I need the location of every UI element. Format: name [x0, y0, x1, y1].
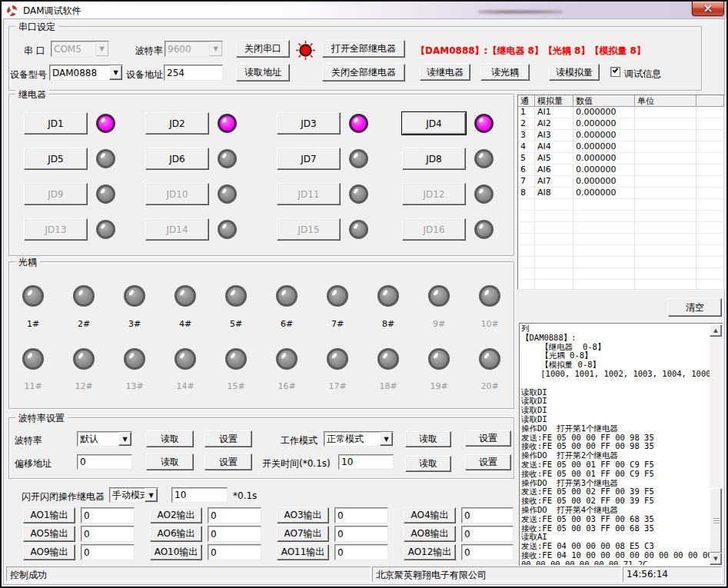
work-mode-combo[interactable]: 正常模式 ▼ [324, 431, 394, 447]
log-scrollbar[interactable]: ▲ ▼ [710, 324, 722, 565]
ao8-button[interactable]: AO8输出 [404, 526, 456, 542]
relay-button-jd6[interactable]: JD6 [145, 148, 209, 170]
analog-table[interactable]: 通 模拟量 数值 单位 1AI10.000000 2AI20.000000 3A… [517, 95, 725, 290]
relay-button-jd16: JD16 [402, 218, 466, 241]
relay-lamp-jd4 [474, 114, 494, 133]
table-row-empty [518, 211, 724, 222]
table-row[interactable]: 1AI10.000000 [518, 107, 724, 118]
ao10-input[interactable] [208, 544, 261, 560]
ao5-input[interactable] [81, 526, 135, 542]
device-info-text: 【DAM0888】:【继电器 8】【光耦 8】【模拟量 8】 [416, 45, 646, 58]
open-all-relays-button[interactable]: 打开全部继电器 [322, 40, 405, 58]
ao3-button[interactable]: AO3输出 [277, 507, 329, 523]
ao12-button[interactable]: AO12输出 [404, 544, 456, 560]
ao3-input[interactable] [334, 507, 388, 523]
table-row-empty [518, 268, 724, 280]
col-extra [696, 95, 724, 107]
table-row[interactable]: 3AI30.000000 [518, 130, 724, 141]
baud-value: 9600 [165, 44, 209, 55]
relay-button-jd2[interactable]: JD2 [145, 112, 209, 135]
table-row[interactable]: 4AI40.000000 [518, 141, 724, 153]
table-row[interactable]: 8AI80.000000 [518, 188, 724, 199]
table-row[interactable]: 2AI20.000000 [518, 118, 724, 130]
status-bar: 控制成功 北京聚英翱翔电子有限公司 14:56:14 [5, 566, 723, 583]
baud-setting-label: 波特率 [15, 434, 42, 447]
debug-info-checkbox[interactable] [610, 67, 620, 77]
chevron-down-icon: ▼ [109, 65, 122, 80]
relay-button-jd7[interactable]: JD7 [277, 148, 341, 170]
log-panel[interactable]: 列 【DAM0888】: 【继电器 0-8】 【光耦 0-8】 【模拟量 0-8… [519, 323, 723, 566]
relay-button-jd1[interactable]: JD1 [24, 112, 88, 135]
relay-lamp-jd3 [349, 114, 368, 133]
baud-set-button[interactable]: 设置 [204, 430, 252, 447]
ao12-input[interactable] [461, 544, 514, 560]
scroll-down-icon[interactable]: ▼ [710, 553, 722, 565]
relay-group-title: 继电器 [15, 88, 49, 101]
switch-time-read-button[interactable]: 读取 [405, 456, 451, 472]
read-analog-button[interactable]: 读模拟量 [549, 64, 600, 81]
relay-button-jd8[interactable]: JD8 [402, 148, 466, 170]
offset-set-button[interactable]: 设置 [204, 453, 252, 470]
ao6-button[interactable]: AO6输出 [150, 526, 202, 542]
relay-button-jd5[interactable]: JD5 [24, 148, 88, 170]
work-mode-set-button[interactable]: 设置 [465, 430, 511, 447]
chevron-down-icon: ▼ [209, 42, 222, 56]
ao4-input[interactable] [461, 507, 514, 523]
relay-button-jd11: JD11 [277, 183, 341, 205]
ao6-input[interactable] [208, 526, 261, 542]
ao2-button[interactable]: AO2输出 [150, 507, 202, 523]
ao5-button[interactable]: AO5输出 [23, 526, 75, 542]
scrollbar-thumb[interactable] [710, 488, 722, 553]
switch-time-input[interactable] [338, 454, 394, 470]
flash-mode-combo[interactable]: 手动模式 ▼ [109, 487, 158, 503]
table-row-empty [518, 257, 724, 268]
table-row[interactable]: 5AI50.000000 [518, 153, 724, 164]
ao9-button[interactable]: AO9输出 [23, 544, 75, 560]
ao11-button[interactable]: AO11输出 [277, 544, 329, 560]
ao7-input[interactable] [334, 526, 388, 542]
titlebar[interactable]: DAM调试软件 [2, 2, 726, 18]
ao4-button[interactable]: AO4输出 [404, 507, 456, 523]
baud-setting-combo[interactable]: 默认 ▼ [77, 431, 132, 447]
relay-lamp-jd13 [96, 220, 115, 239]
offset-read-button[interactable]: 读取 [146, 453, 194, 470]
chevron-down-icon: ▼ [380, 432, 393, 446]
ao7-button[interactable]: AO7输出 [277, 526, 329, 542]
flash-time-input[interactable] [171, 487, 228, 503]
window-title: DAM调试软件 [23, 5, 81, 18]
ao2-input[interactable] [208, 507, 261, 523]
ao9-input[interactable] [81, 544, 135, 560]
ao1-input[interactable] [81, 507, 135, 523]
model-combo[interactable]: DAM0888 ▼ [49, 65, 123, 81]
close-all-relays-button[interactable]: 关闭全部继电器 [322, 64, 405, 81]
opto-lamp-20 [479, 348, 500, 370]
read-relay-button[interactable]: 读继电器 [420, 64, 470, 81]
ao10-button[interactable]: AO10输出 [150, 544, 202, 560]
clear-log-button[interactable]: 清空 [668, 298, 722, 317]
relay-lamp-jd9 [96, 184, 115, 204]
offset-addr-input[interactable] [77, 454, 132, 470]
relay-button-jd4[interactable]: JD4 [402, 112, 466, 135]
close-button[interactable] [692, 2, 724, 16]
relay-button-jd9: JD9 [24, 183, 88, 205]
switch-time-set-button[interactable]: 设置 [465, 454, 511, 470]
table-row-empty [518, 222, 724, 234]
close-port-button[interactable]: 关闭串口 [236, 40, 290, 58]
addr-input[interactable] [164, 65, 223, 81]
table-row[interactable]: 6AI60.000000 [518, 164, 724, 176]
read-opto-button[interactable]: 读光耦 [480, 64, 530, 81]
log-text[interactable]: 列 【DAM0888】: 【继电器 0-8】 【光耦 0-8】 【模拟量 0-8… [521, 324, 710, 565]
ao11-input[interactable] [334, 544, 388, 560]
ao1-button[interactable]: AO1输出 [23, 507, 75, 523]
baud-read-button[interactable]: 读取 [146, 430, 194, 447]
opto-label: 4# [175, 319, 196, 329]
ao8-input[interactable] [461, 526, 514, 542]
opto-lamp-5 [225, 285, 247, 307]
scroll-up-icon[interactable]: ▲ [710, 324, 722, 337]
opto-label: 15# [224, 381, 248, 391]
table-row[interactable]: 7AI70.000000 [518, 176, 724, 188]
read-addr-button[interactable]: 读取地址 [236, 64, 290, 81]
relay-lamp-jd5 [96, 149, 115, 168]
work-mode-read-button[interactable]: 读取 [405, 431, 451, 447]
relay-button-jd3[interactable]: JD3 [277, 112, 341, 135]
